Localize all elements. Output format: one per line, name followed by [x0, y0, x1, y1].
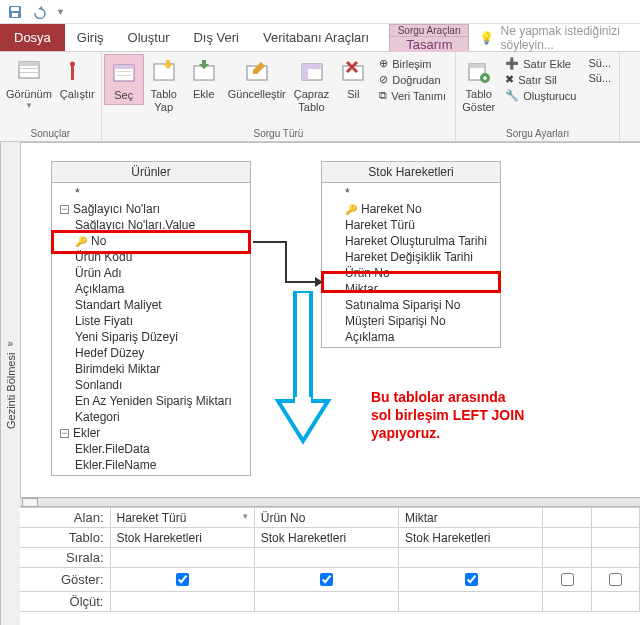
- field-row[interactable]: −Sağlayıcı No'ları: [52, 201, 250, 217]
- field-row[interactable]: Yeni Sipariş Düzeyi: [52, 329, 250, 345]
- expander-icon[interactable]: −: [60, 205, 69, 214]
- insertcol-button[interactable]: Sü...: [586, 56, 613, 70]
- field-row[interactable]: Ekler.FileName: [52, 457, 250, 473]
- tab-external[interactable]: Dış Veri: [181, 24, 251, 51]
- tab-create[interactable]: Oluştur: [116, 24, 182, 51]
- qbe-cell[interactable]: [591, 592, 639, 612]
- qbe-cell[interactable]: [591, 508, 639, 528]
- qbe-cell[interactable]: [110, 548, 254, 568]
- horizontal-splitter[interactable]: [20, 497, 640, 507]
- svg-rect-2: [12, 13, 18, 17]
- table-urunler[interactable]: Ürünler *−Sağlayıcı No'larıSağlayıcı No'…: [51, 161, 251, 476]
- field-name: Hareket Türü: [345, 218, 415, 232]
- qbe-cell[interactable]: Miktar: [398, 508, 542, 528]
- view-button[interactable]: Görünüm ▼: [2, 54, 56, 113]
- update-button[interactable]: Güncelleştir: [224, 54, 290, 103]
- navigation-pane-collapsed[interactable]: Gezinti Bölmesi »: [0, 142, 20, 625]
- scroll-left-icon[interactable]: [22, 498, 38, 507]
- showtable-button[interactable]: Tablo Göster: [458, 54, 499, 116]
- select-query-button[interactable]: Seç: [104, 54, 144, 105]
- deletecol-button[interactable]: Sü...: [586, 71, 613, 85]
- field-row[interactable]: *: [322, 185, 500, 201]
- field-row[interactable]: Standart Maliyet: [52, 297, 250, 313]
- qbe-cell[interactable]: [543, 528, 591, 548]
- tab-dbtools[interactable]: Veritabanı Araçları: [251, 24, 381, 51]
- qbe-show-checkbox[interactable]: [591, 568, 639, 592]
- qbe-cell[interactable]: [254, 548, 398, 568]
- field-row[interactable]: *: [52, 185, 250, 201]
- field-row[interactable]: Liste Fiyatı: [52, 313, 250, 329]
- field-row[interactable]: Satınalma Siparişi No: [322, 297, 500, 313]
- datadef-button[interactable]: ⧉Veri Tanımı: [377, 88, 449, 103]
- deleterow-button[interactable]: ✖Satır Sil: [503, 72, 578, 87]
- tab-design[interactable]: Tasarım: [389, 36, 469, 52]
- qbe-cell[interactable]: Ürün No: [254, 508, 398, 528]
- field-row[interactable]: Açıklama: [52, 281, 250, 297]
- field-row[interactable]: Müşteri Siparişi No: [322, 313, 500, 329]
- qbe-show-checkbox[interactable]: [398, 568, 542, 592]
- field-row[interactable]: En Az Yeniden Sipariş Miktarı: [52, 393, 250, 409]
- run-button[interactable]: Çalıştır: [56, 54, 99, 103]
- chevron-down-icon[interactable]: ▾: [243, 511, 248, 521]
- qbe-cell[interactable]: [543, 508, 591, 528]
- qbe-cell[interactable]: [398, 548, 542, 568]
- qbe-cell[interactable]: [254, 592, 398, 612]
- field-row[interactable]: Ürün Kodu: [52, 249, 250, 265]
- field-row[interactable]: 🔑Hareket No: [322, 201, 500, 217]
- qbe-cell[interactable]: Hareket Türü▾: [110, 508, 254, 528]
- crosstab-button[interactable]: Çapraz Tablo: [290, 54, 333, 116]
- qbe-cell[interactable]: Stok Hareketleri: [398, 528, 542, 548]
- field-row[interactable]: Sonlandı: [52, 377, 250, 393]
- qbe-show-checkbox[interactable]: [543, 568, 591, 592]
- field-row[interactable]: Ürün Adı: [52, 265, 250, 281]
- tell-me-box[interactable]: 💡 Ne yapmak istediğinizi söyleyin...: [469, 24, 640, 51]
- field-row[interactable]: Ekler.FileData: [52, 441, 250, 457]
- qbe-cell[interactable]: [591, 528, 639, 548]
- tab-home[interactable]: Giriş: [65, 24, 116, 51]
- expander-icon[interactable]: −: [60, 429, 69, 438]
- insertrow-button[interactable]: ➕Satır Ekle: [503, 56, 578, 71]
- append-button[interactable]: Ekle: [184, 54, 224, 103]
- save-icon[interactable]: [8, 5, 22, 19]
- field-name: Miktar: [345, 282, 378, 296]
- table-stok[interactable]: Stok Hareketleri *🔑Hareket NoHareket Tür…: [321, 161, 501, 348]
- field-row[interactable]: Hareket Oluşturulma Tarihi: [322, 233, 500, 249]
- builder-button[interactable]: 🔧Oluşturucu: [503, 88, 578, 103]
- passthrough-button[interactable]: ⊘Doğrudan: [377, 72, 449, 87]
- qbe-cell[interactable]: [543, 548, 591, 568]
- tab-file[interactable]: Dosya: [0, 24, 65, 51]
- svg-rect-6: [19, 72, 39, 73]
- svg-rect-23: [295, 291, 311, 401]
- field-name: Ürün Adı: [75, 266, 122, 280]
- field-row[interactable]: Hareket Değişiklik Tarihi: [322, 249, 500, 265]
- svg-rect-5: [19, 68, 39, 69]
- field-row[interactable]: Kategori: [52, 409, 250, 425]
- field-name: *: [345, 186, 350, 200]
- qbe-cell[interactable]: [398, 592, 542, 612]
- qbe-cell[interactable]: Stok Hareketleri: [110, 528, 254, 548]
- field-row[interactable]: Açıklama: [322, 329, 500, 345]
- qbe-grid[interactable]: Alan: Hareket Türü▾ Ürün No Miktar Tablo…: [20, 507, 640, 625]
- qbe-cell[interactable]: [110, 592, 254, 612]
- field-row[interactable]: Miktar: [322, 281, 500, 297]
- qbe-cell[interactable]: Stok Hareketleri: [254, 528, 398, 548]
- union-button[interactable]: ⊕Birleşim: [377, 56, 449, 71]
- field-row[interactable]: Ürün No: [322, 265, 500, 281]
- svg-rect-11: [114, 71, 134, 72]
- qat-menu-icon[interactable]: ▼: [56, 7, 65, 17]
- undo-icon[interactable]: [32, 5, 46, 19]
- qbe-show-checkbox[interactable]: [254, 568, 398, 592]
- field-row[interactable]: Sağlayıcı No'ları.Value: [52, 217, 250, 233]
- field-row[interactable]: Hareket Türü: [322, 217, 500, 233]
- maketable-button[interactable]: Tablo Yap: [144, 54, 184, 116]
- field-name: Ekler.FileData: [75, 442, 150, 456]
- field-row[interactable]: Birimdeki Miktar: [52, 361, 250, 377]
- query-design-surface[interactable]: Ürünler *−Sağlayıcı No'larıSağlayıcı No'…: [20, 142, 640, 497]
- qbe-cell[interactable]: [591, 548, 639, 568]
- field-row[interactable]: Hedef Düzey: [52, 345, 250, 361]
- delete-button[interactable]: Sil: [333, 54, 373, 103]
- field-row[interactable]: 🔑No: [52, 233, 250, 249]
- field-row[interactable]: −Ekler: [52, 425, 250, 441]
- qbe-show-checkbox[interactable]: [110, 568, 254, 592]
- qbe-cell[interactable]: [543, 592, 591, 612]
